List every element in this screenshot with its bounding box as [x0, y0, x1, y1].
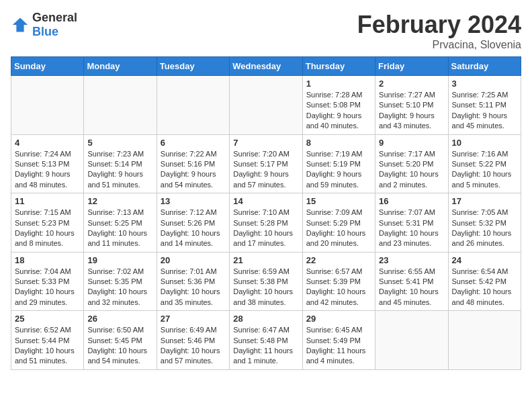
- calendar-cell: 4Sunrise: 7:24 AM Sunset: 5:13 PM Daylig…: [11, 134, 84, 193]
- calendar-cell: 10Sunrise: 7:16 AM Sunset: 5:22 PM Dayli…: [448, 134, 521, 193]
- calendar-cell: [84, 76, 157, 135]
- day-info: Sunrise: 7:15 AM Sunset: 5:23 PM Dayligh…: [15, 208, 80, 249]
- calendar-cell: 9Sunrise: 7:17 AM Sunset: 5:20 PM Daylig…: [375, 134, 448, 193]
- day-info: Sunrise: 7:25 AM Sunset: 5:11 PM Dayligh…: [452, 90, 517, 132]
- day-number: 14: [233, 196, 298, 206]
- col-header-tuesday: Tuesday: [157, 57, 229, 76]
- day-info: Sunrise: 7:13 AM Sunset: 5:25 PM Dayligh…: [87, 208, 152, 249]
- day-info: Sunrise: 7:24 AM Sunset: 5:13 PM Dayligh…: [15, 149, 80, 191]
- calendar-cell: 12Sunrise: 7:13 AM Sunset: 5:25 PM Dayli…: [84, 193, 157, 253]
- day-info: Sunrise: 7:12 AM Sunset: 5:26 PM Dayligh…: [161, 208, 226, 249]
- calendar-cell: 20Sunrise: 7:01 AM Sunset: 5:36 PM Dayli…: [157, 252, 229, 311]
- day-info: Sunrise: 6:52 AM Sunset: 5:44 PM Dayligh…: [15, 325, 80, 367]
- day-info: Sunrise: 7:16 AM Sunset: 5:22 PM Dayligh…: [452, 149, 517, 191]
- calendar-week-row: 18Sunrise: 7:04 AM Sunset: 5:33 PM Dayli…: [11, 252, 521, 311]
- calendar-table: SundayMondayTuesdayWednesdayThursdayFrid…: [11, 56, 521, 370]
- day-info: Sunrise: 6:54 AM Sunset: 5:42 PM Dayligh…: [452, 267, 517, 308]
- day-info: Sunrise: 7:27 AM Sunset: 5:10 PM Dayligh…: [379, 90, 444, 132]
- calendar-cell: 19Sunrise: 7:02 AM Sunset: 5:35 PM Dayli…: [84, 252, 157, 311]
- day-number: 21: [233, 255, 298, 265]
- calendar-cell: 23Sunrise: 6:55 AM Sunset: 5:41 PM Dayli…: [375, 252, 448, 311]
- col-header-saturday: Saturday: [448, 57, 521, 76]
- day-info: Sunrise: 7:19 AM Sunset: 5:19 PM Dayligh…: [306, 149, 371, 191]
- calendar-cell: 25Sunrise: 6:52 AM Sunset: 5:44 PM Dayli…: [11, 311, 84, 370]
- day-info: Sunrise: 6:55 AM Sunset: 5:41 PM Dayligh…: [379, 267, 444, 308]
- calendar-week-row: 1Sunrise: 7:28 AM Sunset: 5:08 PM Daylig…: [11, 76, 521, 135]
- calendar-cell: 29Sunrise: 6:45 AM Sunset: 5:49 PM Dayli…: [302, 311, 375, 370]
- calendar-header-row: SundayMondayTuesdayWednesdayThursdayFrid…: [11, 57, 521, 76]
- day-info: Sunrise: 6:49 AM Sunset: 5:46 PM Dayligh…: [161, 325, 226, 367]
- day-info: Sunrise: 7:28 AM Sunset: 5:08 PM Dayligh…: [306, 90, 371, 132]
- calendar-cell: 14Sunrise: 7:10 AM Sunset: 5:28 PM Dayli…: [230, 193, 302, 253]
- day-info: Sunrise: 7:23 AM Sunset: 5:14 PM Dayligh…: [87, 149, 152, 191]
- calendar-cell: 6Sunrise: 7:22 AM Sunset: 5:16 PM Daylig…: [157, 134, 229, 193]
- calendar-cell: 13Sunrise: 7:12 AM Sunset: 5:26 PM Dayli…: [157, 193, 229, 253]
- title-block: February 2024 Prvacina, Slovenia: [357, 11, 521, 51]
- day-number: 9: [379, 138, 444, 148]
- day-number: 8: [306, 138, 371, 148]
- calendar-cell: [11, 76, 84, 135]
- calendar-cell: 28Sunrise: 6:47 AM Sunset: 5:48 PM Dayli…: [230, 311, 302, 370]
- page-header: General Blue February 2024 Prvacina, Slo…: [11, 11, 521, 51]
- month-title: February 2024: [357, 11, 521, 39]
- day-number: 25: [15, 314, 80, 324]
- day-number: 6: [161, 138, 226, 148]
- day-number: 19: [87, 255, 152, 265]
- calendar-cell: 11Sunrise: 7:15 AM Sunset: 5:23 PM Dayli…: [11, 193, 84, 253]
- svg-marker-0: [13, 18, 28, 32]
- day-number: 16: [379, 196, 444, 206]
- day-number: 2: [379, 79, 444, 89]
- calendar-cell: 15Sunrise: 7:09 AM Sunset: 5:29 PM Dayli…: [302, 193, 375, 253]
- day-number: 29: [306, 314, 371, 324]
- logo-blue-text: Blue: [32, 25, 58, 38]
- day-number: 23: [379, 255, 444, 265]
- calendar-cell: [448, 311, 521, 370]
- calendar-cell: 3Sunrise: 7:25 AM Sunset: 5:11 PM Daylig…: [448, 76, 521, 135]
- day-info: Sunrise: 6:50 AM Sunset: 5:45 PM Dayligh…: [87, 325, 152, 367]
- day-number: 5: [87, 138, 152, 148]
- day-number: 11: [15, 196, 80, 206]
- day-number: 17: [452, 196, 517, 206]
- day-info: Sunrise: 7:17 AM Sunset: 5:20 PM Dayligh…: [379, 149, 444, 191]
- calendar-cell: 18Sunrise: 7:04 AM Sunset: 5:33 PM Dayli…: [11, 252, 84, 311]
- calendar-cell: 24Sunrise: 6:54 AM Sunset: 5:42 PM Dayli…: [448, 252, 521, 311]
- day-info: Sunrise: 7:10 AM Sunset: 5:28 PM Dayligh…: [233, 208, 298, 249]
- day-number: 22: [306, 255, 371, 265]
- calendar-cell: [375, 311, 448, 370]
- calendar-cell: 8Sunrise: 7:19 AM Sunset: 5:19 PM Daylig…: [302, 134, 375, 193]
- day-info: Sunrise: 7:05 AM Sunset: 5:32 PM Dayligh…: [452, 208, 517, 249]
- calendar-cell: 21Sunrise: 6:59 AM Sunset: 5:38 PM Dayli…: [230, 252, 302, 311]
- day-info: Sunrise: 7:04 AM Sunset: 5:33 PM Dayligh…: [15, 267, 80, 308]
- col-header-monday: Monday: [84, 57, 157, 76]
- day-number: 20: [161, 255, 226, 265]
- calendar-cell: [157, 76, 229, 135]
- day-number: 13: [161, 196, 226, 206]
- day-number: 1: [306, 79, 371, 89]
- calendar-cell: 17Sunrise: 7:05 AM Sunset: 5:32 PM Dayli…: [448, 193, 521, 253]
- calendar-cell: 16Sunrise: 7:07 AM Sunset: 5:31 PM Dayli…: [375, 193, 448, 253]
- location: Prvacina, Slovenia: [357, 39, 521, 51]
- day-info: Sunrise: 6:45 AM Sunset: 5:49 PM Dayligh…: [306, 325, 371, 367]
- logo-general-text: General: [32, 11, 77, 24]
- day-number: 24: [452, 255, 517, 265]
- day-number: 26: [87, 314, 152, 324]
- col-header-wednesday: Wednesday: [230, 57, 302, 76]
- day-info: Sunrise: 7:02 AM Sunset: 5:35 PM Dayligh…: [87, 267, 152, 308]
- calendar-cell: [230, 76, 302, 135]
- calendar-cell: 7Sunrise: 7:20 AM Sunset: 5:17 PM Daylig…: [230, 134, 302, 193]
- col-header-friday: Friday: [375, 57, 448, 76]
- day-info: Sunrise: 7:09 AM Sunset: 5:29 PM Dayligh…: [306, 208, 371, 249]
- day-info: Sunrise: 7:20 AM Sunset: 5:17 PM Dayligh…: [233, 149, 298, 191]
- day-number: 10: [452, 138, 517, 148]
- logo: General Blue: [11, 11, 77, 39]
- day-info: Sunrise: 7:01 AM Sunset: 5:36 PM Dayligh…: [161, 267, 226, 308]
- day-number: 7: [233, 138, 298, 148]
- day-info: Sunrise: 7:22 AM Sunset: 5:16 PM Dayligh…: [161, 149, 226, 191]
- day-number: 27: [161, 314, 226, 324]
- day-info: Sunrise: 6:59 AM Sunset: 5:38 PM Dayligh…: [233, 267, 298, 308]
- logo-icon: [11, 15, 30, 34]
- calendar-cell: 5Sunrise: 7:23 AM Sunset: 5:14 PM Daylig…: [84, 134, 157, 193]
- calendar-cell: 26Sunrise: 6:50 AM Sunset: 5:45 PM Dayli…: [84, 311, 157, 370]
- day-number: 3: [452, 79, 517, 89]
- day-number: 15: [306, 196, 371, 206]
